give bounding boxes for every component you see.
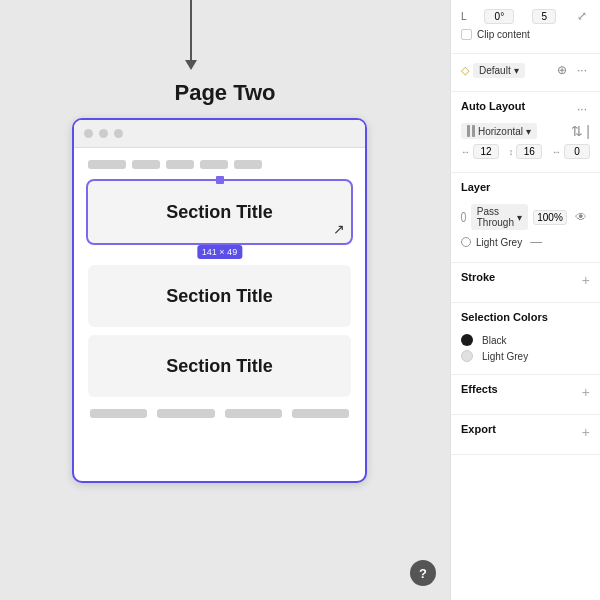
dimension-badge: 141 × 49 xyxy=(197,245,242,259)
section-title-2: Section Title xyxy=(166,286,273,307)
browser-mockup: Section Title 141 × 49 ↗ Section Title S… xyxy=(72,118,367,483)
more-options-icon[interactable]: ··· xyxy=(574,62,590,78)
panel-export-section: Export + xyxy=(451,415,600,455)
color-swatch-lightgrey[interactable] xyxy=(461,350,473,362)
rotation-label: L xyxy=(461,11,467,22)
bottom-placeholder-3 xyxy=(225,409,282,418)
color-lightgrey-row: Light Grey xyxy=(461,350,590,362)
bottom-placeholder-row xyxy=(88,409,351,418)
layer-fill-row: Light Grey — xyxy=(461,234,590,250)
clip-content-label: Clip content xyxy=(477,29,530,40)
layout-direction-dropdown[interactable]: Horizontal ▾ xyxy=(461,123,537,139)
layer-mode-dot xyxy=(461,212,466,222)
gap-extra-icon: ↔ xyxy=(552,147,561,157)
section-card-3[interactable]: Section Title xyxy=(88,335,351,397)
color-swatch-black[interactable] xyxy=(461,334,473,346)
layer-fill-label: Light Grey xyxy=(476,237,522,248)
clip-input[interactable] xyxy=(532,9,556,24)
effects-add-icon[interactable]: + xyxy=(582,384,590,400)
top-placeholder-row xyxy=(88,160,351,169)
panel-effects-section: Effects + xyxy=(451,375,600,415)
section-title-3: Section Title xyxy=(166,356,273,377)
canvas-area: Page Two Section Title 141 × 49 xyxy=(0,0,450,600)
section-title-1: Section Title xyxy=(166,202,273,223)
placeholder-block-3 xyxy=(166,160,194,169)
expand-icon[interactable]: ⤢ xyxy=(574,8,590,24)
export-add-icon[interactable]: + xyxy=(582,424,590,440)
bottom-placeholder-1 xyxy=(90,409,147,418)
gap-v-icon: ↕ xyxy=(509,147,514,157)
autolayout-more-icon[interactable]: ··· xyxy=(574,101,590,117)
stroke-add-icon[interactable]: + xyxy=(582,272,590,288)
diamond-icon: ◇ xyxy=(461,64,469,77)
panel-rotation-section: L ⤢ Clip content xyxy=(451,0,600,54)
color-black-row: Black xyxy=(461,334,590,346)
layer-title: Layer xyxy=(461,181,490,193)
default-dropdown[interactable]: Default ▾ xyxy=(473,63,525,78)
bottom-placeholder-4 xyxy=(292,409,349,418)
stroke-title: Stroke xyxy=(461,271,495,283)
layer-mode-label: Pass Through xyxy=(477,206,514,228)
section-card-2[interactable]: Section Title xyxy=(88,265,351,327)
cursor-icon: ↗ xyxy=(333,221,345,237)
help-button[interactable]: ? xyxy=(410,560,436,586)
bottom-placeholder-2 xyxy=(157,409,214,418)
rotation-input[interactable] xyxy=(484,9,514,24)
right-panel: L ⤢ Clip content ◇ Default ▾ ⊕ ··· xyxy=(450,0,600,600)
placeholder-block-1 xyxy=(88,160,126,169)
color-black-label: Black xyxy=(482,335,506,346)
arrow-head xyxy=(185,60,197,70)
selection-handle-top xyxy=(216,176,224,184)
clip-content-row: Clip content xyxy=(461,29,590,40)
gap-h-icon: ↔ xyxy=(461,147,470,157)
layer-opacity-input[interactable] xyxy=(533,210,567,225)
arrow-line xyxy=(190,0,192,60)
horizontal-layout-icon xyxy=(467,125,475,137)
clip-checkbox[interactable] xyxy=(461,29,472,40)
placeholder-block-2 xyxy=(132,160,160,169)
layer-remove-icon[interactable]: — xyxy=(527,234,545,250)
export-title: Export xyxy=(461,423,496,435)
panel-layer-section: Layer Pass Through ▾ 👁 Light Grey — xyxy=(451,173,600,263)
layer-mode-dropdown[interactable]: Pass Through ▾ xyxy=(471,204,528,230)
browser-content: Section Title 141 × 49 ↗ Section Title S… xyxy=(74,148,365,430)
color-lightgrey-label: Light Grey xyxy=(482,351,528,362)
component-icon[interactable]: ⊕ xyxy=(554,62,570,78)
page-title: Page Two xyxy=(174,80,275,106)
effects-title: Effects xyxy=(461,383,498,395)
gap-v-input[interactable] xyxy=(516,144,542,159)
panel-selection-colors-section: Selection Colors Black Light Grey xyxy=(451,303,600,375)
dropdown-chevron: ▾ xyxy=(514,65,519,76)
browser-dot-2 xyxy=(99,129,108,138)
align-icon[interactable]: | xyxy=(586,123,590,139)
browser-dot-1 xyxy=(84,129,93,138)
layout-direction-label: Horizontal xyxy=(478,126,523,137)
panel-default-section: ◇ Default ▾ ⊕ ··· xyxy=(451,54,600,92)
panel-stroke-section: Stroke + xyxy=(451,263,600,303)
layer-fill-dot xyxy=(461,237,471,247)
selection-colors-title: Selection Colors xyxy=(461,311,548,323)
gap-extra-input[interactable] xyxy=(564,144,590,159)
layout-chevron: ▾ xyxy=(526,126,531,137)
gap-h-input[interactable] xyxy=(473,144,499,159)
browser-chrome-bar xyxy=(74,120,365,148)
section-card-1[interactable]: Section Title 141 × 49 ↗ xyxy=(88,181,351,243)
browser-dot-3 xyxy=(114,129,123,138)
wrap-icon[interactable]: ⇅ xyxy=(571,123,583,139)
layer-mode-chevron: ▾ xyxy=(517,212,522,223)
default-label: Default xyxy=(479,65,511,76)
panel-autolayout-section: Auto Layout ··· Horizontal ▾ ⇅ | ↔ xyxy=(451,92,600,173)
layer-visibility-icon[interactable]: 👁 xyxy=(572,209,590,225)
placeholder-block-5 xyxy=(234,160,262,169)
autolayout-title: Auto Layout xyxy=(461,100,525,112)
layer-mode-row: Pass Through ▾ 👁 xyxy=(461,204,590,230)
arrow-connector xyxy=(185,0,197,70)
placeholder-block-4 xyxy=(200,160,228,169)
